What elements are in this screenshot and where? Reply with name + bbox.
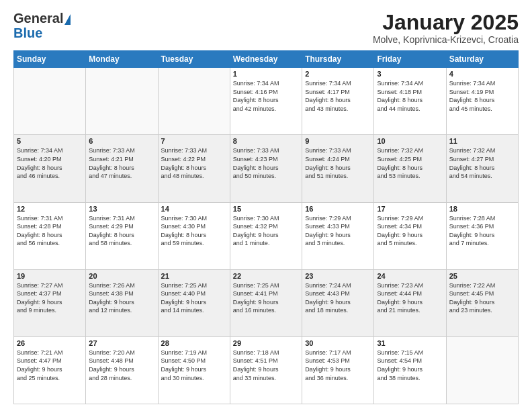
calendar-header-row: Sunday Monday Tuesday Wednesday Thursday… bbox=[14, 51, 519, 68]
table-row: 26Sunrise: 7:21 AM Sunset: 4:47 PM Dayli… bbox=[14, 336, 86, 404]
col-tuesday: Tuesday bbox=[158, 51, 230, 68]
logo-blue-text: Blue bbox=[13, 26, 42, 40]
table-row: 4Sunrise: 7:34 AM Sunset: 4:19 PM Daylig… bbox=[446, 68, 518, 135]
day-number: 20 bbox=[89, 272, 154, 280]
day-number: 16 bbox=[305, 205, 371, 213]
day-number: 6 bbox=[89, 137, 154, 145]
day-info: Sunrise: 7:34 AM Sunset: 4:19 PM Dayligh… bbox=[449, 79, 515, 113]
table-row bbox=[14, 68, 86, 135]
col-wednesday: Wednesday bbox=[230, 51, 302, 68]
col-saturday: Saturday bbox=[446, 51, 518, 68]
col-friday: Friday bbox=[374, 51, 446, 68]
logo: General Blue bbox=[13, 11, 72, 40]
table-row: 30Sunrise: 7:17 AM Sunset: 4:53 PM Dayli… bbox=[302, 336, 374, 404]
calendar-subtitle: Molve, Koprivnica-Krizevci, Croatia bbox=[373, 34, 519, 45]
day-number: 24 bbox=[377, 272, 443, 280]
day-number: 18 bbox=[449, 205, 515, 213]
day-info: Sunrise: 7:22 AM Sunset: 4:45 PM Dayligh… bbox=[449, 281, 515, 315]
day-number: 23 bbox=[305, 272, 371, 280]
day-info: Sunrise: 7:33 AM Sunset: 4:22 PM Dayligh… bbox=[161, 146, 227, 180]
table-row: 16Sunrise: 7:29 AM Sunset: 4:33 PM Dayli… bbox=[302, 202, 374, 269]
day-info: Sunrise: 7:17 AM Sunset: 4:53 PM Dayligh… bbox=[305, 349, 371, 382]
logo-general: General bbox=[13, 11, 63, 26]
day-info: Sunrise: 7:32 AM Sunset: 4:25 PM Dayligh… bbox=[377, 146, 443, 180]
page: General Blue January 2025 Molve, Koprivn… bbox=[0, 0, 532, 411]
table-row: 9Sunrise: 7:33 AM Sunset: 4:24 PM Daylig… bbox=[302, 135, 374, 202]
col-thursday: Thursday bbox=[302, 51, 374, 68]
day-info: Sunrise: 7:34 AM Sunset: 4:18 PM Dayligh… bbox=[377, 79, 443, 113]
day-number: 22 bbox=[233, 272, 299, 280]
day-info: Sunrise: 7:34 AM Sunset: 4:20 PM Dayligh… bbox=[17, 146, 83, 180]
table-row: 3Sunrise: 7:34 AM Sunset: 4:18 PM Daylig… bbox=[374, 68, 446, 135]
table-row: 22Sunrise: 7:25 AM Sunset: 4:41 PM Dayli… bbox=[230, 269, 302, 336]
day-number: 7 bbox=[161, 137, 227, 145]
day-info: Sunrise: 7:25 AM Sunset: 4:41 PM Dayligh… bbox=[233, 281, 299, 315]
day-number: 10 bbox=[377, 137, 443, 145]
table-row: 27Sunrise: 7:20 AM Sunset: 4:48 PM Dayli… bbox=[86, 336, 158, 404]
calendar-title: January 2025 bbox=[373, 11, 519, 34]
day-number: 1 bbox=[233, 70, 299, 78]
day-info: Sunrise: 7:18 AM Sunset: 4:51 PM Dayligh… bbox=[233, 349, 299, 382]
day-info: Sunrise: 7:28 AM Sunset: 4:36 PM Dayligh… bbox=[449, 214, 515, 248]
table-row: 11Sunrise: 7:32 AM Sunset: 4:27 PM Dayli… bbox=[446, 135, 518, 202]
table-row: 15Sunrise: 7:30 AM Sunset: 4:32 PM Dayli… bbox=[230, 202, 302, 269]
day-number: 28 bbox=[161, 339, 227, 347]
day-info: Sunrise: 7:32 AM Sunset: 4:27 PM Dayligh… bbox=[449, 146, 515, 180]
col-monday: Monday bbox=[86, 51, 158, 68]
day-number: 21 bbox=[161, 272, 227, 280]
table-row: 10Sunrise: 7:32 AM Sunset: 4:25 PM Dayli… bbox=[374, 135, 446, 202]
day-info: Sunrise: 7:31 AM Sunset: 4:29 PM Dayligh… bbox=[89, 214, 154, 248]
day-number: 27 bbox=[89, 339, 154, 347]
table-row: 28Sunrise: 7:19 AM Sunset: 4:50 PM Dayli… bbox=[158, 336, 230, 404]
day-number: 26 bbox=[17, 339, 83, 347]
table-row: 7Sunrise: 7:33 AM Sunset: 4:22 PM Daylig… bbox=[158, 135, 230, 202]
day-info: Sunrise: 7:20 AM Sunset: 4:48 PM Dayligh… bbox=[89, 349, 154, 382]
table-row: 21Sunrise: 7:25 AM Sunset: 4:40 PM Dayli… bbox=[158, 269, 230, 336]
day-number: 3 bbox=[377, 70, 443, 78]
table-row: 18Sunrise: 7:28 AM Sunset: 4:36 PM Dayli… bbox=[446, 202, 518, 269]
table-row: 31Sunrise: 7:15 AM Sunset: 4:54 PM Dayli… bbox=[374, 336, 446, 404]
logo-icon bbox=[64, 14, 71, 25]
day-number: 14 bbox=[161, 205, 227, 213]
day-number: 9 bbox=[305, 137, 371, 145]
table-row: 29Sunrise: 7:18 AM Sunset: 4:51 PM Dayli… bbox=[230, 336, 302, 404]
day-info: Sunrise: 7:26 AM Sunset: 4:38 PM Dayligh… bbox=[89, 281, 154, 315]
table-row: 24Sunrise: 7:23 AM Sunset: 4:44 PM Dayli… bbox=[374, 269, 446, 336]
table-row: 2Sunrise: 7:34 AM Sunset: 4:17 PM Daylig… bbox=[302, 68, 374, 135]
day-number: 30 bbox=[305, 339, 371, 347]
table-row: 13Sunrise: 7:31 AM Sunset: 4:29 PM Dayli… bbox=[86, 202, 158, 269]
day-number: 12 bbox=[17, 205, 83, 213]
day-info: Sunrise: 7:31 AM Sunset: 4:28 PM Dayligh… bbox=[17, 214, 83, 248]
day-number: 31 bbox=[377, 339, 443, 347]
day-number: 4 bbox=[449, 70, 515, 78]
day-info: Sunrise: 7:29 AM Sunset: 4:34 PM Dayligh… bbox=[377, 214, 443, 248]
day-info: Sunrise: 7:30 AM Sunset: 4:32 PM Dayligh… bbox=[233, 214, 299, 248]
table-row: 23Sunrise: 7:24 AM Sunset: 4:43 PM Dayli… bbox=[302, 269, 374, 336]
day-info: Sunrise: 7:19 AM Sunset: 4:50 PM Dayligh… bbox=[161, 349, 227, 382]
day-info: Sunrise: 7:34 AM Sunset: 4:16 PM Dayligh… bbox=[233, 79, 299, 113]
day-info: Sunrise: 7:21 AM Sunset: 4:47 PM Dayligh… bbox=[17, 349, 83, 382]
table-row: 1Sunrise: 7:34 AM Sunset: 4:16 PM Daylig… bbox=[230, 68, 302, 135]
day-number: 19 bbox=[17, 272, 83, 280]
day-number: 2 bbox=[305, 70, 371, 78]
day-number: 13 bbox=[89, 205, 154, 213]
table-row bbox=[158, 68, 230, 135]
table-row: 20Sunrise: 7:26 AM Sunset: 4:38 PM Dayli… bbox=[86, 269, 158, 336]
table-row: 6Sunrise: 7:33 AM Sunset: 4:21 PM Daylig… bbox=[86, 135, 158, 202]
day-info: Sunrise: 7:27 AM Sunset: 4:37 PM Dayligh… bbox=[17, 281, 83, 315]
day-number: 8 bbox=[233, 137, 299, 145]
calendar-table: Sunday Monday Tuesday Wednesday Thursday… bbox=[13, 50, 519, 404]
col-sunday: Sunday bbox=[14, 51, 86, 68]
day-info: Sunrise: 7:29 AM Sunset: 4:33 PM Dayligh… bbox=[305, 214, 371, 248]
logo-text: General bbox=[13, 11, 72, 26]
table-row bbox=[446, 336, 518, 404]
table-row: 19Sunrise: 7:27 AM Sunset: 4:37 PM Dayli… bbox=[14, 269, 86, 336]
day-info: Sunrise: 7:33 AM Sunset: 4:24 PM Dayligh… bbox=[305, 146, 371, 180]
day-info: Sunrise: 7:15 AM Sunset: 4:54 PM Dayligh… bbox=[377, 349, 443, 382]
table-row: 5Sunrise: 7:34 AM Sunset: 4:20 PM Daylig… bbox=[14, 135, 86, 202]
day-number: 15 bbox=[233, 205, 299, 213]
day-number: 17 bbox=[377, 205, 443, 213]
day-number: 29 bbox=[233, 339, 299, 347]
header: General Blue January 2025 Molve, Koprivn… bbox=[13, 11, 519, 45]
day-info: Sunrise: 7:33 AM Sunset: 4:21 PM Dayligh… bbox=[89, 146, 154, 180]
